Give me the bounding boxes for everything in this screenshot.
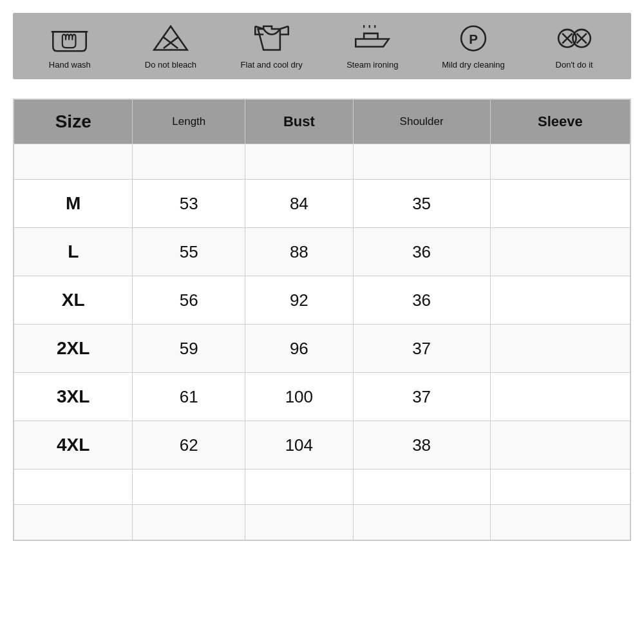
no-bleach-icon [151, 23, 190, 55]
steam-iron-label: Steam ironing [346, 60, 398, 70]
header-size: Size [14, 100, 133, 144]
cell-shoulder: 35 [353, 180, 490, 228]
cell-shoulder: 37 [353, 325, 490, 373]
cell-sleeve [490, 325, 630, 373]
cell-size [14, 144, 133, 180]
table-row [14, 505, 630, 540]
cell-size [14, 469, 133, 505]
cell-length: 61 [133, 373, 245, 421]
hand-wash-icon [50, 23, 89, 55]
table-body: M538435L558836XL5692362XL5996373XL611003… [14, 144, 630, 540]
cell-length [133, 469, 245, 505]
care-item-flat-dry: Flat and cool dry [233, 23, 310, 70]
cell-sleeve [490, 373, 630, 421]
care-banner: Hand wash Do not bleach Flat and cool dr… [13, 13, 631, 79]
header-shoulder: Shoulder [353, 100, 490, 144]
cell-bust [245, 505, 353, 540]
cell-shoulder [353, 469, 490, 505]
care-item-hand-wash: Hand wash [31, 23, 108, 70]
care-item-no-bleach: Do not bleach [132, 23, 209, 70]
cell-length: 53 [133, 180, 245, 228]
cell-length: 62 [133, 421, 245, 469]
cell-sleeve [490, 144, 630, 180]
size-table-wrapper: Size Length Bust Shoulder Sleeve M538435… [13, 99, 631, 541]
table-row: 2XL599637 [14, 325, 630, 373]
cell-bust [245, 144, 353, 180]
header-bust: Bust [245, 100, 353, 144]
no-bleach-label: Do not bleach [145, 60, 196, 70]
table-row [14, 469, 630, 505]
cell-sleeve [490, 180, 630, 228]
cell-bust [245, 469, 353, 505]
cell-shoulder: 36 [353, 228, 490, 276]
cell-bust: 92 [245, 276, 353, 325]
cell-shoulder: 38 [353, 421, 490, 469]
cell-sleeve [490, 228, 630, 276]
dont-label: Don't do it [556, 60, 593, 70]
cell-length [133, 505, 245, 540]
cell-shoulder [353, 144, 490, 180]
cell-size: 4XL [14, 421, 133, 469]
steam-iron-icon [353, 23, 392, 55]
cell-bust: 104 [245, 421, 353, 469]
cell-length: 59 [133, 325, 245, 373]
care-item-dry-clean: P Mild dry cleaning [435, 23, 512, 70]
cell-bust: 96 [245, 325, 353, 373]
table-row: XL569236 [14, 276, 630, 325]
flat-dry-icon [252, 23, 291, 55]
cell-size [14, 505, 133, 540]
cell-shoulder: 37 [353, 373, 490, 421]
cell-bust: 88 [245, 228, 353, 276]
cell-size: M [14, 180, 133, 228]
cell-length [133, 144, 245, 180]
flat-dry-label: Flat and cool dry [241, 60, 303, 70]
cell-length: 55 [133, 228, 245, 276]
dry-clean-label: Mild dry cleaning [442, 60, 505, 70]
cell-sleeve [490, 276, 630, 325]
cell-sleeve [490, 505, 630, 540]
dry-clean-icon: P [454, 23, 493, 55]
cell-size: 2XL [14, 325, 133, 373]
cell-size: XL [14, 276, 133, 325]
table-row [14, 144, 630, 180]
header-sleeve: Sleeve [490, 100, 630, 144]
cell-bust: 84 [245, 180, 353, 228]
hand-wash-label: Hand wash [49, 60, 91, 70]
table-row: 4XL6210438 [14, 421, 630, 469]
svg-text:P: P [469, 32, 478, 46]
table-row: 3XL6110037 [14, 373, 630, 421]
cell-bust: 100 [245, 373, 353, 421]
cell-sleeve [490, 469, 630, 505]
cell-shoulder [353, 505, 490, 540]
table-row: M538435 [14, 180, 630, 228]
cell-length: 56 [133, 276, 245, 325]
header-length: Length [133, 100, 245, 144]
cell-shoulder: 36 [353, 276, 490, 325]
cell-size: L [14, 228, 133, 276]
cell-sleeve [490, 421, 630, 469]
table-header-row: Size Length Bust Shoulder Sleeve [14, 100, 630, 144]
dont-icon [555, 23, 594, 55]
care-item-dont: Don't do it [536, 23, 613, 70]
size-table: Size Length Bust Shoulder Sleeve M538435… [14, 99, 630, 540]
table-row: L558836 [14, 228, 630, 276]
cell-size: 3XL [14, 373, 133, 421]
care-item-steam-iron: Steam ironing [334, 23, 411, 70]
